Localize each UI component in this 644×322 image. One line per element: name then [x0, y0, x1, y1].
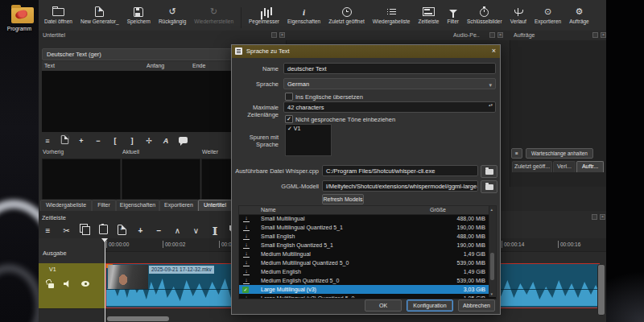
column-groesse[interactable]: Größe	[430, 207, 446, 213]
whisper-browse-button[interactable]	[481, 165, 497, 178]
table-row[interactable]: ↓Medium Multilingual Quantized 5_0539,00…	[239, 258, 489, 267]
timeline-horizontal-scrollbar[interactable]	[107, 316, 169, 321]
overwrite-icon[interactable]: ∨	[191, 226, 201, 235]
timeline-vertical-scrollbar[interactable]	[597, 264, 605, 316]
scrollbar-thumb[interactable]	[490, 253, 494, 280]
dock-float-icon[interactable]	[592, 214, 597, 220]
ripple-delete-icon[interactable]: −	[154, 226, 164, 235]
table-row[interactable]: ↓Medium English1,49 GiB	[239, 267, 489, 276]
desktop-folder-icon[interactable]	[11, 7, 34, 23]
maxline-spinner[interactable]: 42 characters	[283, 101, 496, 113]
tab-auftraege[interactable]: Auftr...	[576, 161, 604, 172]
playhead[interactable]	[105, 238, 105, 322]
italic-icon[interactable]: A	[161, 137, 171, 145]
table-row[interactable]: ↓Small English Quantized 5_1190,00 MiB	[239, 241, 489, 250]
new-generator-button[interactable]: New Generator_	[76, 5, 123, 31]
download-icon[interactable]: ↓	[243, 250, 250, 258]
cut-icon[interactable]: ✂	[61, 226, 72, 235]
refresh-models-button[interactable]: Refresh Models	[322, 194, 364, 204]
tab-filter[interactable]: Filter	[92, 200, 116, 211]
table-scrollbar[interactable]: ▴▾	[489, 206, 496, 297]
tab-untertitel[interactable]: Untertitel	[198, 200, 232, 211]
column-name[interactable]: Name	[261, 207, 276, 213]
keyframes-button[interactable]: Schlüsselbilder	[463, 5, 506, 31]
ggml-model-input[interactable]: l/Meltytech/Shotcut/extensions/whispermo…	[322, 180, 478, 192]
column-text[interactable]: Text	[44, 63, 55, 68]
download-icon[interactable]: ↓	[243, 242, 250, 249]
output-track-header[interactable]: Ausgabe	[39, 238, 105, 264]
table-row[interactable]: ↓Large Multilingual (v3) Quantized 5_01,…	[239, 294, 489, 298]
table-row[interactable]: ↓Small English488,00 MiB	[239, 232, 489, 241]
table-row[interactable]: ↓Small Multilingual Quantized 5_1190,00 …	[239, 223, 489, 232]
column-anfang[interactable]: Anfang	[147, 63, 164, 68]
move-icon[interactable]: ✢	[144, 137, 154, 145]
tab-zuletzt-geoeffnet[interactable]: Zuletzt geöff...	[512, 161, 552, 172]
tab-wiedergabeliste[interactable]: Wiedergabeliste	[40, 200, 92, 211]
konfiguration-button[interactable]: Konfiguration	[407, 299, 453, 312]
scroll-down-icon[interactable]: ▾	[491, 291, 493, 296]
split-icon[interactable]: ][	[209, 226, 220, 235]
language-select[interactable]: German▾	[283, 78, 496, 89]
v1-track-header[interactable]: V1	[39, 263, 105, 309]
column-ende[interactable]: Ende	[192, 63, 205, 68]
download-icon[interactable]: ↓	[243, 277, 250, 284]
filter-button[interactable]: Filter	[443, 5, 462, 31]
recent-button[interactable]: Zuletzt geöffnet	[324, 5, 369, 31]
properties-button[interactable]: iEigenschaften	[283, 5, 324, 31]
menu-icon[interactable]: ≡	[43, 226, 53, 235]
track-list-item[interactable]: ✓ V1	[286, 125, 331, 133]
burn-in-icon[interactable]	[178, 137, 188, 145]
set-end-icon[interactable]: ]	[127, 137, 137, 145]
download-icon[interactable]: ↓	[243, 215, 250, 222]
ggml-browse-button[interactable]	[481, 180, 497, 193]
tracks-listbox[interactable]: ✓ V1	[285, 124, 332, 156]
dock-close-icon[interactable]: ×	[279, 32, 285, 38]
download-icon[interactable]: ↓	[243, 268, 250, 275]
export-button[interactable]: ⊙Exportieren	[530, 5, 565, 31]
name-input[interactable]: deutscher Text	[283, 63, 496, 74]
add-icon[interactable]: +	[76, 137, 86, 145]
download-icon[interactable]: ↓	[243, 295, 250, 298]
table-row[interactable]: ↓Small Multilingual488,00 MiB	[239, 214, 489, 223]
translate-checkbox[interactable]	[285, 93, 293, 101]
tab-exportieren[interactable]: Exportieren	[159, 200, 198, 211]
set-start-icon[interactable]: [	[110, 137, 120, 145]
speaker-icon[interactable]	[64, 280, 72, 287]
close-icon[interactable]: ×	[492, 47, 496, 55]
level-meter-button[interactable]: Pegelmesser	[245, 5, 283, 31]
paste-icon[interactable]	[98, 225, 109, 236]
ok-button[interactable]: OK	[365, 299, 402, 312]
add-icon[interactable]: +	[135, 226, 146, 235]
append-icon[interactable]	[117, 225, 127, 237]
dock-close-icon[interactable]: ×	[497, 32, 503, 38]
lock-icon[interactable]	[48, 283, 54, 288]
table-row-selected[interactable]: ✓Large Multilingual (v3)3,03 GiB	[239, 285, 489, 294]
menu-icon[interactable]: ≡	[43, 137, 52, 145]
dock-float-icon[interactable]	[271, 32, 277, 38]
history-button[interactable]: Verlauf	[506, 5, 530, 31]
lift-icon[interactable]: ∧	[172, 226, 183, 235]
table-row[interactable]: ↓Medium Multilingual1,49 GiB	[239, 250, 489, 258]
previous-textarea[interactable]	[42, 159, 121, 200]
nonspoken-checkbox[interactable]: ✓	[285, 115, 293, 123]
tab-eigenschaften[interactable]: Eigenschaften	[116, 200, 159, 211]
current-textarea[interactable]	[122, 159, 200, 200]
scroll-up-icon[interactable]: ▴	[491, 207, 493, 212]
timeline-button[interactable]: Zeitleiste	[414, 5, 443, 31]
dock-close-icon[interactable]: ×	[601, 32, 606, 38]
dock-close-icon[interactable]: ×	[600, 214, 605, 220]
import-icon[interactable]	[60, 134, 69, 147]
download-icon[interactable]: ↓	[243, 224, 250, 231]
remove-icon[interactable]: −	[93, 137, 103, 145]
tab-verlauf[interactable]: Verl...	[553, 161, 576, 172]
save-button[interactable]: Speichern	[123, 5, 155, 31]
download-icon[interactable]: ↓	[243, 233, 250, 240]
dock-float-icon[interactable]	[592, 32, 598, 38]
pause-queue-button[interactable]: Warteschlange anhalten	[526, 148, 593, 159]
jobs-button[interactable]: ⚙Aufträge	[565, 5, 593, 31]
open-file-button[interactable]: Datei öffnen	[40, 5, 76, 31]
eye-icon[interactable]	[81, 281, 89, 287]
dialog-titlebar[interactable]: Sprache zu Text ×	[232, 45, 500, 58]
abbrechen-button[interactable]: Abbrechen	[458, 299, 495, 312]
dock-float-icon[interactable]	[489, 32, 495, 38]
